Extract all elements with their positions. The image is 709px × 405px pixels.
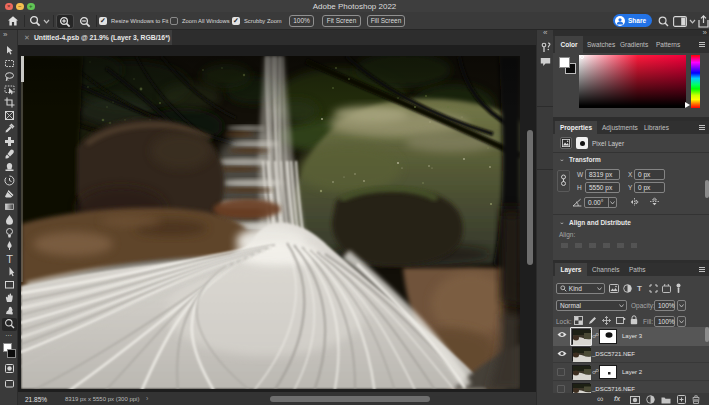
svg-text:T: T bbox=[6, 253, 13, 264]
